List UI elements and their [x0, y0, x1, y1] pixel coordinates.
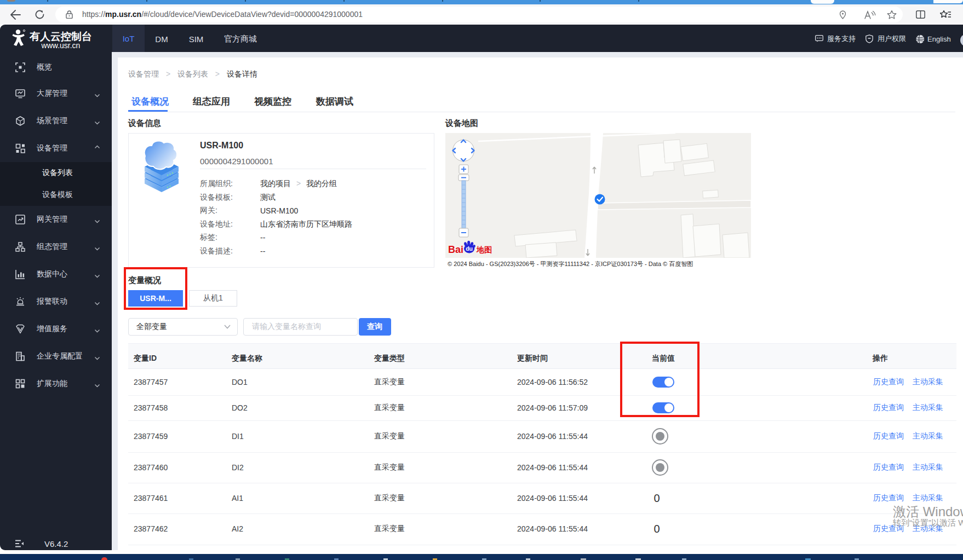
svg-text:Bai: Bai — [448, 244, 463, 255]
svg-text:地图: 地图 — [476, 245, 492, 254]
svg-text:du: du — [466, 245, 473, 252]
